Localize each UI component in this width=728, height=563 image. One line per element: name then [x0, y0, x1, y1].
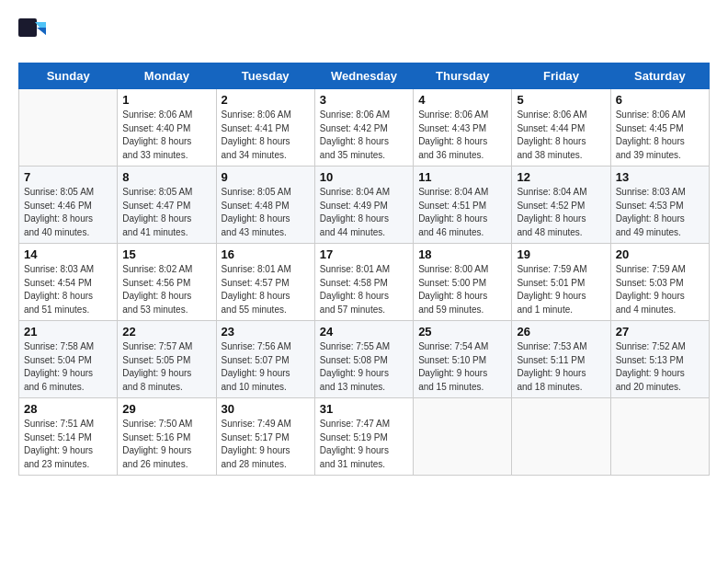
day-number: 18 [418, 247, 506, 261]
calendar-cell: 5Sunrise: 8:06 AM Sunset: 4:44 PM Daylig… [512, 89, 610, 167]
day-info: Sunrise: 8:02 AM Sunset: 4:56 PM Dayligh… [122, 263, 210, 316]
weekday-header: Saturday [610, 63, 709, 89]
day-number: 7 [24, 170, 112, 184]
day-info: Sunrise: 7:54 AM Sunset: 5:10 PM Dayligh… [418, 340, 506, 394]
calendar-body: 1Sunrise: 8:06 AM Sunset: 4:40 PM Daylig… [19, 89, 710, 476]
day-info: Sunrise: 8:04 AM Sunset: 4:49 PM Dayligh… [320, 186, 408, 239]
calendar-cell: 9Sunrise: 8:05 AM Sunset: 4:48 PM Daylig… [216, 167, 314, 244]
day-info: Sunrise: 7:58 AM Sunset: 5:04 PM Dayligh… [24, 340, 112, 394]
calendar-cell: 3Sunrise: 8:06 AM Sunset: 4:42 PM Daylig… [314, 89, 413, 167]
day-info: Sunrise: 8:01 AM Sunset: 4:58 PM Dayligh… [320, 263, 408, 316]
calendar-cell: 8Sunrise: 8:05 AM Sunset: 4:47 PM Daylig… [118, 167, 216, 244]
day-info: Sunrise: 8:05 AM Sunset: 4:46 PM Dayligh… [24, 186, 112, 239]
calendar-week-row: 7Sunrise: 8:05 AM Sunset: 4:46 PM Daylig… [19, 167, 710, 244]
day-number: 17 [320, 247, 408, 261]
day-number: 11 [418, 170, 506, 184]
calendar-cell [19, 89, 118, 167]
day-number: 16 [222, 247, 310, 261]
calendar-table: SundayMondayTuesdayWednesdayThursdayFrid… [18, 63, 710, 476]
day-number: 21 [24, 325, 112, 339]
day-number: 12 [517, 170, 605, 184]
weekday-header: Sunday [19, 63, 118, 89]
day-number: 1 [122, 93, 210, 107]
day-info: Sunrise: 8:04 AM Sunset: 4:52 PM Dayligh… [517, 186, 605, 239]
calendar-cell [512, 398, 610, 476]
day-number: 6 [616, 93, 704, 107]
calendar-cell: 19Sunrise: 7:59 AM Sunset: 5:01 PM Dayli… [512, 244, 610, 321]
day-number: 15 [122, 247, 210, 261]
day-info: Sunrise: 7:49 AM Sunset: 5:17 PM Dayligh… [222, 418, 310, 471]
calendar-header-row: SundayMondayTuesdayWednesdayThursdayFrid… [19, 63, 710, 89]
day-number: 29 [122, 402, 210, 416]
day-info: Sunrise: 7:52 AM Sunset: 5:13 PM Dayligh… [616, 340, 704, 394]
day-info: Sunrise: 8:06 AM Sunset: 4:43 PM Dayligh… [418, 109, 506, 162]
day-number: 24 [320, 325, 408, 339]
day-number: 8 [122, 170, 210, 184]
weekday-header: Tuesday [216, 63, 314, 89]
day-info: Sunrise: 7:57 AM Sunset: 5:05 PM Dayligh… [122, 340, 210, 394]
day-number: 22 [122, 325, 210, 339]
calendar-week-row: 21Sunrise: 7:58 AM Sunset: 5:04 PM Dayli… [19, 321, 710, 398]
calendar-cell: 6Sunrise: 8:06 AM Sunset: 4:45 PM Daylig… [610, 89, 709, 167]
calendar-cell [610, 398, 709, 476]
calendar-cell: 29Sunrise: 7:50 AM Sunset: 5:16 PM Dayli… [118, 398, 216, 476]
calendar-cell: 30Sunrise: 7:49 AM Sunset: 5:17 PM Dayli… [216, 398, 314, 476]
calendar-cell [414, 398, 512, 476]
day-number: 2 [222, 93, 310, 107]
day-info: Sunrise: 7:59 AM Sunset: 5:01 PM Dayligh… [517, 263, 605, 316]
calendar-cell: 20Sunrise: 7:59 AM Sunset: 5:03 PM Dayli… [610, 244, 709, 321]
calendar-cell: 31Sunrise: 7:47 AM Sunset: 5:19 PM Dayli… [314, 398, 413, 476]
calendar-cell: 1Sunrise: 8:06 AM Sunset: 4:40 PM Daylig… [118, 89, 216, 167]
day-info: Sunrise: 8:03 AM Sunset: 4:54 PM Dayligh… [24, 263, 112, 316]
calendar-cell: 2Sunrise: 8:06 AM Sunset: 4:41 PM Daylig… [216, 89, 314, 167]
calendar-cell: 16Sunrise: 8:01 AM Sunset: 4:57 PM Dayli… [216, 244, 314, 321]
day-number: 31 [320, 402, 408, 416]
calendar-cell: 21Sunrise: 7:58 AM Sunset: 5:04 PM Dayli… [19, 321, 118, 398]
day-number: 20 [616, 247, 704, 261]
day-number: 5 [517, 93, 605, 107]
day-number: 28 [24, 402, 112, 416]
day-number: 25 [418, 325, 506, 339]
day-number: 27 [616, 325, 704, 339]
calendar-cell: 22Sunrise: 7:57 AM Sunset: 5:05 PM Dayli… [118, 321, 216, 398]
day-info: Sunrise: 8:06 AM Sunset: 4:40 PM Dayligh… [122, 109, 210, 162]
day-number: 26 [517, 325, 605, 339]
day-info: Sunrise: 8:01 AM Sunset: 4:57 PM Dayligh… [222, 263, 310, 316]
calendar-week-row: 14Sunrise: 8:03 AM Sunset: 4:54 PM Dayli… [19, 244, 710, 321]
calendar-cell: 13Sunrise: 8:03 AM Sunset: 4:53 PM Dayli… [610, 167, 709, 244]
weekday-header: Wednesday [314, 63, 413, 89]
day-info: Sunrise: 8:06 AM Sunset: 4:45 PM Dayligh… [616, 109, 704, 162]
svg-rect-0 [18, 18, 37, 37]
weekday-header: Thursday [414, 63, 512, 89]
day-info: Sunrise: 8:06 AM Sunset: 4:42 PM Dayligh… [320, 109, 408, 162]
calendar-cell: 4Sunrise: 8:06 AM Sunset: 4:43 PM Daylig… [414, 89, 512, 167]
day-info: Sunrise: 7:59 AM Sunset: 5:03 PM Dayligh… [616, 263, 704, 316]
calendar-cell: 25Sunrise: 7:54 AM Sunset: 5:10 PM Dayli… [414, 321, 512, 398]
calendar-cell: 17Sunrise: 8:01 AM Sunset: 4:58 PM Dayli… [314, 244, 413, 321]
calendar-cell: 27Sunrise: 7:52 AM Sunset: 5:13 PM Dayli… [610, 321, 709, 398]
day-number: 14 [24, 247, 112, 261]
day-info: Sunrise: 8:06 AM Sunset: 4:44 PM Dayligh… [517, 109, 605, 162]
calendar-cell: 28Sunrise: 7:51 AM Sunset: 5:14 PM Dayli… [19, 398, 118, 476]
day-info: Sunrise: 8:06 AM Sunset: 4:41 PM Dayligh… [222, 109, 310, 162]
weekday-header: Friday [512, 63, 610, 89]
calendar-cell: 24Sunrise: 7:55 AM Sunset: 5:08 PM Dayli… [314, 321, 413, 398]
day-info: Sunrise: 8:00 AM Sunset: 5:00 PM Dayligh… [418, 263, 506, 316]
day-number: 9 [222, 170, 310, 184]
day-info: Sunrise: 8:05 AM Sunset: 4:47 PM Dayligh… [122, 186, 210, 239]
calendar-cell: 14Sunrise: 8:03 AM Sunset: 4:54 PM Dayli… [19, 244, 118, 321]
day-info: Sunrise: 7:50 AM Sunset: 5:16 PM Dayligh… [122, 418, 210, 471]
day-number: 4 [418, 93, 506, 107]
calendar-cell: 18Sunrise: 8:00 AM Sunset: 5:00 PM Dayli… [414, 244, 512, 321]
weekday-header: Monday [118, 63, 216, 89]
logo [18, 18, 51, 48]
calendar-cell: 10Sunrise: 8:04 AM Sunset: 4:49 PM Dayli… [314, 167, 413, 244]
day-number: 30 [222, 402, 310, 416]
day-info: Sunrise: 7:47 AM Sunset: 5:19 PM Dayligh… [320, 418, 408, 471]
calendar-week-row: 28Sunrise: 7:51 AM Sunset: 5:14 PM Dayli… [19, 398, 710, 476]
day-info: Sunrise: 8:05 AM Sunset: 4:48 PM Dayligh… [222, 186, 310, 239]
day-number: 23 [222, 325, 310, 339]
day-info: Sunrise: 7:53 AM Sunset: 5:11 PM Dayligh… [517, 340, 605, 394]
calendar-cell: 23Sunrise: 7:56 AM Sunset: 5:07 PM Dayli… [216, 321, 314, 398]
header [18, 18, 710, 48]
